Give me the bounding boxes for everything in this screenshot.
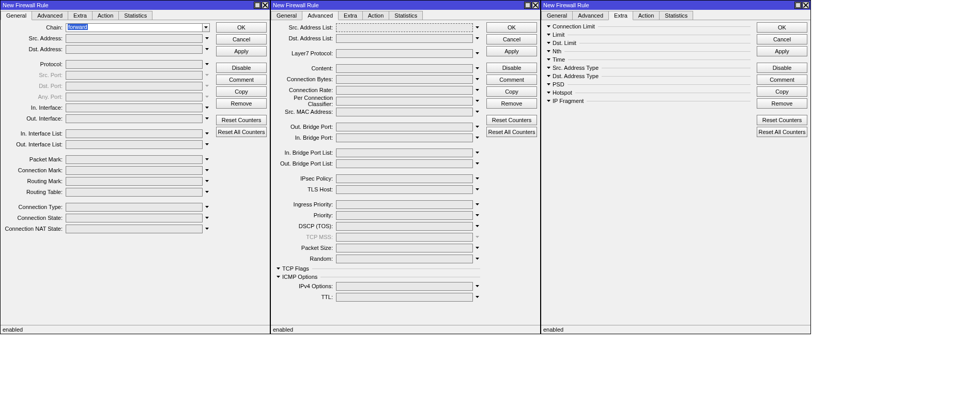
connection-bytes-input[interactable] (336, 75, 473, 84)
close-button[interactable] (262, 2, 269, 9)
content-expand-icon[interactable] (474, 67, 480, 69)
in-interface-expand-icon[interactable] (204, 107, 210, 109)
expander-src-address-type[interactable]: Src. Address Type (544, 64, 751, 72)
expander-psd[interactable]: PSD (544, 80, 751, 88)
tab-general[interactable]: General (541, 11, 573, 20)
tab-action[interactable]: Action (92, 11, 119, 20)
in-bridge-port-list-input[interactable] (336, 148, 473, 157)
expander-tcp-flags[interactable]: TCP Flags (274, 264, 480, 273)
minimize-button[interactable] (794, 2, 802, 9)
disable-button[interactable]: Disable (486, 63, 537, 73)
in-bridge-port-list-expand-icon[interactable] (474, 152, 480, 154)
protocol-input[interactable] (66, 60, 203, 69)
reset-all-counters-button[interactable]: Reset All Counters (757, 127, 807, 137)
out-interface-list-expand-icon[interactable] (204, 143, 210, 145)
expander-nth[interactable]: Nth (544, 47, 751, 55)
priority-expand-icon[interactable] (474, 214, 480, 216)
tab-statistics[interactable]: Statistics (389, 11, 423, 20)
cancel-button[interactable]: Cancel (757, 34, 807, 44)
connection-nat-state-expand-icon[interactable] (204, 228, 210, 230)
dst-address-list-input[interactable] (336, 34, 473, 43)
reset-all-counters-button[interactable]: Reset All Counters (486, 127, 537, 137)
connection-mark-input[interactable] (66, 166, 203, 175)
tab-advanced[interactable]: Advanced (302, 11, 339, 20)
per-connection-classifier-expand-icon[interactable] (474, 100, 480, 102)
dst-address-input[interactable] (66, 45, 203, 54)
in-bridge-port-input[interactable] (336, 133, 473, 142)
close-button[interactable] (532, 2, 539, 9)
random-expand-icon[interactable] (474, 258, 480, 260)
minimize-button[interactable] (254, 2, 261, 9)
expander-icmp-options[interactable]: ICMP Options (274, 273, 480, 281)
packet-mark-input[interactable] (66, 155, 203, 164)
src-address-list-input[interactable] (336, 23, 473, 32)
ttl-input[interactable] (336, 293, 473, 302)
close-button[interactable] (802, 2, 809, 9)
comment-button[interactable]: Comment (216, 75, 267, 85)
out-bridge-port-list-input[interactable] (336, 159, 473, 168)
cancel-button[interactable]: Cancel (486, 34, 537, 44)
apply-button[interactable]: Apply (486, 46, 537, 56)
packet-size-input[interactable] (336, 244, 473, 252)
out-interface-list-input[interactable] (66, 140, 203, 149)
layer7-protocol-input[interactable] (336, 49, 473, 58)
ingress-priority-expand-icon[interactable] (474, 203, 480, 205)
connection-rate-input[interactable] (336, 86, 473, 95)
connection-state-input[interactable] (66, 214, 203, 222)
src-address-expand-icon[interactable] (204, 37, 210, 39)
expander-connection-limit[interactable]: Connection Limit (544, 22, 751, 31)
disable-button[interactable]: Disable (757, 63, 807, 73)
routing-table-expand-icon[interactable] (204, 191, 210, 193)
expander-hotspot[interactable]: Hotspot (544, 88, 751, 97)
expander-time[interactable]: Time (544, 55, 751, 64)
reset-counters-button[interactable]: Reset Counters (486, 115, 537, 125)
packet-size-expand-icon[interactable] (474, 247, 480, 249)
dst-port-input[interactable] (66, 82, 203, 91)
src-mac-address-expand-icon[interactable] (474, 111, 480, 113)
content-input[interactable] (336, 64, 473, 73)
tab-general[interactable]: General (1, 11, 32, 20)
dscp-tos-expand-icon[interactable] (474, 225, 480, 227)
comment-button[interactable]: Comment (486, 75, 537, 85)
layer7-protocol-expand-icon[interactable] (474, 52, 480, 54)
remove-button[interactable]: Remove (757, 98, 807, 109)
connection-mark-expand-icon[interactable] (204, 169, 210, 171)
out-bridge-port-list-expand-icon[interactable] (474, 162, 480, 165)
tab-advanced[interactable]: Advanced (32, 11, 68, 20)
in-interface-list-expand-icon[interactable] (204, 132, 210, 135)
random-input[interactable] (336, 255, 473, 263)
comment-button[interactable]: Comment (757, 75, 807, 85)
expander-ip-fragment[interactable]: IP Fragment (544, 97, 751, 105)
connection-type-input[interactable] (66, 203, 203, 212)
out-bridge-port-input[interactable] (336, 123, 473, 131)
routing-mark-expand-icon[interactable] (204, 180, 210, 182)
tab-general[interactable]: General (271, 11, 302, 20)
per-connection-classifier-input[interactable] (336, 97, 473, 106)
reset-counters-button[interactable]: Reset Counters (216, 115, 267, 125)
minimize-button[interactable] (524, 2, 531, 9)
disable-button[interactable]: Disable (216, 63, 267, 73)
ok-button[interactable]: OK (486, 22, 537, 33)
remove-button[interactable]: Remove (486, 98, 537, 109)
in-bridge-port-expand-icon[interactable] (474, 137, 480, 139)
connection-rate-expand-icon[interactable] (474, 89, 480, 91)
priority-input[interactable] (336, 211, 473, 220)
routing-mark-input[interactable] (66, 177, 203, 186)
src-port-input[interactable] (66, 71, 203, 80)
tab-extra[interactable]: Extra (338, 11, 363, 20)
expander-dst-limit[interactable]: Dst. Limit (544, 39, 751, 47)
out-interface-expand-icon[interactable] (204, 117, 210, 120)
tls-host-expand-icon[interactable] (474, 188, 480, 190)
out-bridge-port-expand-icon[interactable] (474, 126, 480, 128)
connection-type-expand-icon[interactable] (204, 206, 210, 208)
ipsec-policy-expand-icon[interactable] (474, 177, 480, 180)
connection-bytes-expand-icon[interactable] (474, 78, 480, 80)
reset-all-counters-button[interactable]: Reset All Counters (216, 127, 267, 137)
copy-button[interactable]: Copy (216, 86, 267, 97)
tab-advanced[interactable]: Advanced (572, 11, 609, 20)
src-address-input[interactable] (66, 34, 203, 43)
apply-button[interactable]: Apply (757, 46, 807, 56)
ok-button[interactable]: OK (216, 22, 267, 33)
src-address-list-expand-icon[interactable] (474, 26, 480, 28)
chain-dropdown[interactable] (203, 23, 210, 32)
